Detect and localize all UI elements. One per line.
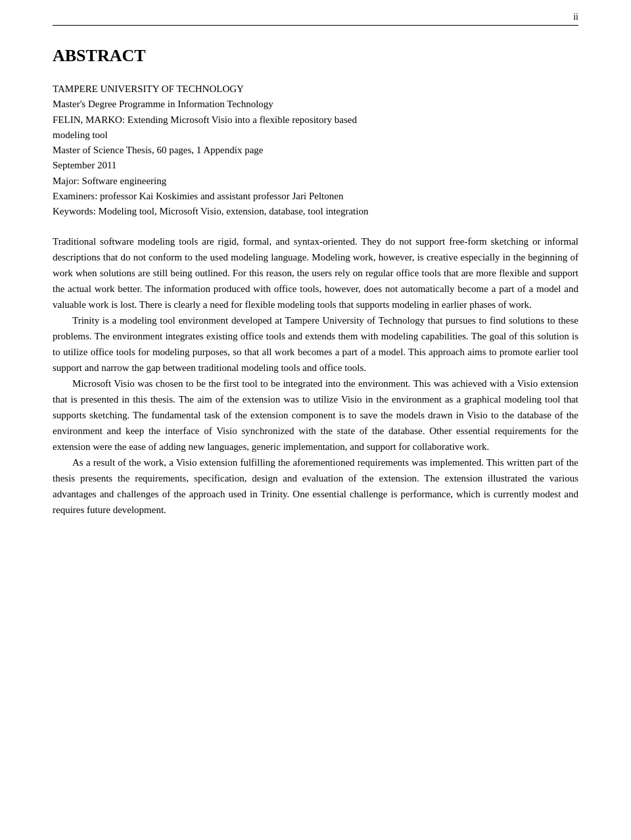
thesis-details: Master of Science Thesis, 60 pages, 1 Ap… (53, 143, 578, 158)
thesis-title-line1: FELIN, MARKO: Extending Microsoft Visio … (53, 112, 578, 128)
header-block: TAMPERE UNIVERSITY OF TECHNOLOGY Master'… (53, 82, 578, 219)
body-paragraph1: Traditional software modeling tools are … (53, 234, 578, 312)
top-border (53, 25, 578, 26)
thesis-major: Major: Software engineering (53, 174, 578, 189)
content: ABSTRACT TAMPERE UNIVERSITY OF TECHNOLOG… (53, 46, 578, 518)
body-paragraph2: Trinity is a modeling tool environment d… (53, 312, 578, 376)
thesis-title-line2: modeling tool (53, 128, 578, 143)
body-paragraph3: Microsoft Visio was chosen to be the fir… (53, 376, 578, 455)
body-text: Traditional software modeling tools are … (53, 234, 578, 518)
programme-line: Master's Degree Programme in Information… (53, 97, 578, 112)
thesis-date: September 2011 (53, 158, 578, 173)
keywords-line: Keywords: Modeling tool, Microsoft Visio… (53, 204, 578, 219)
page-number: ii (573, 12, 578, 22)
examiners-line: Examiners: professor Kai Koskimies and a… (53, 189, 578, 204)
university-line: TAMPERE UNIVERSITY OF TECHNOLOGY (53, 82, 578, 97)
body-paragraph4: As a result of the work, a Visio extensi… (53, 455, 578, 518)
abstract-title: ABSTRACT (53, 46, 578, 66)
page: ii ABSTRACT TAMPERE UNIVERSITY OF TECHNO… (0, 0, 631, 840)
